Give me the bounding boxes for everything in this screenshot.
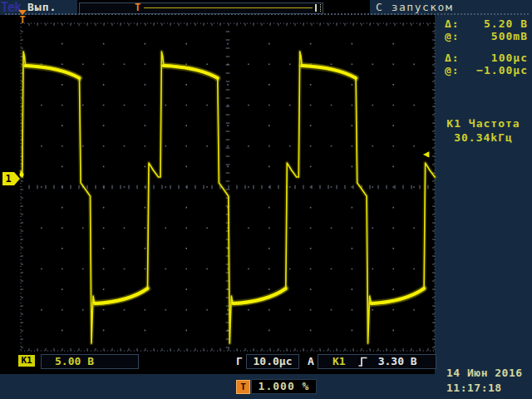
- cursor-at-voltage: @: 500mВ: [445, 30, 528, 42]
- record-position-bar: T: [79, 2, 323, 14]
- cursor-delta-time: Δ: 100µс: [445, 52, 528, 64]
- measurement-label: Δ:: [445, 52, 460, 64]
- cursor-at-time: @: −1.00µс: [445, 64, 528, 76]
- trigger-t-label: T: [17, 15, 27, 25]
- record-window-line: [144, 7, 313, 8]
- channel-badge: К1: [18, 355, 35, 367]
- record-window-bracket-icon: [315, 4, 321, 12]
- frequency-readout-line1: К1 Частота: [435, 116, 532, 131]
- horizontal-position-readout: 1.000 %: [251, 379, 317, 394]
- channel-scale-readout: 5.00 В: [41, 354, 139, 369]
- trigger-status: С запуском: [376, 1, 453, 13]
- horizontal-scale-readout: 10.0µс: [246, 354, 299, 369]
- time-text: 11:17:18: [446, 381, 523, 396]
- record-trigger-marker: T: [135, 2, 140, 13]
- titlebar-separator: [5, 13, 529, 15]
- measurement-label: @:: [445, 30, 460, 42]
- trigger-level-value: 3.30 В: [378, 355, 417, 368]
- horizontal-position-icon: T: [236, 380, 250, 394]
- datetime: 14 Июн 2016 11:17:18: [446, 366, 523, 396]
- measurement-value: 5.20 В: [484, 17, 528, 30]
- date-text: 14 Июн 2016: [446, 366, 523, 381]
- trigger-readout: К1 3.30 В: [318, 354, 436, 369]
- rising-edge-icon: [357, 356, 368, 367]
- measurement-value: 500mВ: [491, 30, 528, 42]
- acquisition-status: Вып.: [27, 1, 57, 13]
- measurement-value: −1.00µс: [476, 64, 528, 76]
- measurement-label: Δ:: [445, 17, 460, 30]
- trigger-menu-label: А: [308, 355, 314, 367]
- cursor-delta-voltage: Δ: 5.20 В: [445, 17, 528, 30]
- measurement-value: 100µс: [491, 52, 528, 64]
- frequency-readout-line2: 30.34kГц: [435, 131, 532, 145]
- horizontal-label: Г: [236, 355, 243, 367]
- trigger-position-marker: T: [17, 10, 27, 25]
- channel-1-marker: 1: [2, 172, 14, 185]
- trigger-source: К1: [332, 355, 346, 368]
- measurement-label: @:: [445, 64, 460, 76]
- trigger-level-arrow-icon: ◀: [423, 148, 429, 160]
- oscilloscope-screen: Tek Вып. T С запуском T 1 ◀ Δ: 5.20 В @:…: [0, 0, 532, 399]
- trigger-frequency-readout: К1 Частота 30.34kГц: [435, 116, 532, 145]
